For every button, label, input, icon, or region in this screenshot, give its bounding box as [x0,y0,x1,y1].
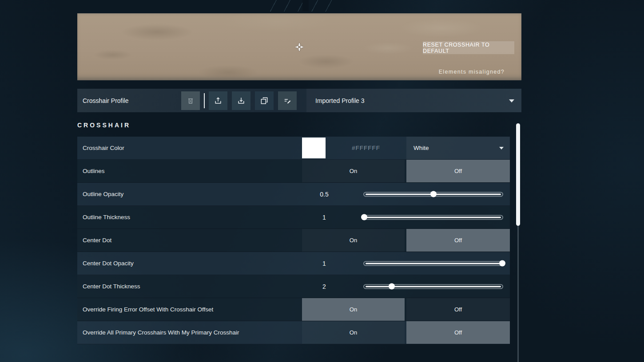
center-dot-on-button[interactable]: On [302,229,405,252]
crosshair-profile-label: Crosshair Profile [83,89,128,112]
import-profile-button[interactable] [232,91,250,110]
setting-label: Center Dot Opacity [83,252,134,275]
row-center-dot: Center Dot On Off [77,229,510,252]
elements-misaligned-link[interactable]: Elements misaligned? [439,69,505,75]
setting-label: Outline Thickness [83,206,130,228]
slider-track [366,216,501,218]
setting-label: Outlines [83,160,105,182]
slider-value: 2 [302,275,346,298]
color-swatch[interactable] [302,138,326,158]
color-name-dropdown[interactable]: White [406,137,510,159]
move-cursor-icon [294,41,305,53]
crosshair-settings-list: Crosshair Color #FFFFFF White Outlines O… [77,137,510,344]
rename-profile-button[interactable] [278,91,297,110]
export-profile-button[interactable] [209,91,227,110]
slider-thumb[interactable] [361,214,367,220]
override-firing-off-button[interactable]: Off [406,298,510,321]
row-override-all-primary: Override All Primary Crosshairs With My … [77,321,510,344]
profile-select-value: Imported Profile 3 [306,97,365,104]
crosshair-profile-bar: Crosshair Profile Imported Profile 3 [77,89,521,112]
center-dot-off-button[interactable]: Off [406,229,510,252]
row-crosshair-color: Crosshair Color #FFFFFF White [77,137,510,160]
slider-track [366,286,501,287]
background-notch [302,0,309,11]
hex-color-input[interactable]: #FFFFFF [326,137,406,159]
row-center-dot-thickness: Center Dot Thickness 2 [77,275,510,298]
chevron-down-icon [509,99,514,102]
export-profile-icon [214,96,223,105]
slider-value: 1 [302,206,346,228]
reset-crosshair-button[interactable]: RESET CROSSHAIR TO DEFAULT [423,41,514,54]
setting-label: Override Firing Error Offset With Crossh… [83,298,213,321]
profile-select-dropdown[interactable]: Imported Profile 3 [306,89,521,112]
outlines-on-button[interactable]: On [302,160,405,182]
import-profile-icon [237,96,246,105]
slider-track [366,263,501,264]
setting-label: Override All Primary Crosshairs With My … [83,321,239,344]
delete-profile-button[interactable] [181,91,200,110]
color-name-value: White [406,145,429,151]
override-all-on-button[interactable]: On [302,321,405,344]
row-outline-thickness: Outline Thickness 1 [77,206,510,229]
rename-profile-icon [283,96,292,105]
center-dot-opacity-slider[interactable] [363,261,503,266]
override-all-off-button[interactable]: Off [406,321,510,344]
slider-thumb[interactable] [389,283,395,290]
row-outlines: Outlines On Off [77,160,510,183]
delete-icon [186,96,195,105]
slider-value: 1 [302,252,346,275]
outline-thickness-slider[interactable] [363,215,503,220]
crosshair-section-title: CROSSHAIR [77,122,131,129]
row-override-firing-error: Override Firing Error Offset With Crossh… [77,298,510,321]
duplicate-profile-button[interactable] [255,91,274,110]
setting-label: Outline Opacity [83,183,123,205]
slider-thumb[interactable] [499,260,505,267]
outlines-off-button[interactable]: Off [406,160,510,182]
row-center-dot-opacity: Center Dot Opacity 1 [77,252,510,275]
row-outline-opacity: Outline Opacity 0.5 [77,183,510,206]
setting-label: Center Dot Thickness [83,275,140,298]
crosshair-preview: RESET CROSSHAIR TO DEFAULT Elements misa… [77,13,521,80]
setting-label: Crosshair Color [83,137,124,159]
slider-thumb[interactable] [430,191,437,197]
setting-label: Center Dot [83,229,111,252]
outline-opacity-slider[interactable] [363,192,503,197]
toolbar-divider [204,93,205,108]
center-dot-thickness-slider[interactable] [363,284,503,289]
override-firing-on-button[interactable]: On [302,298,405,321]
background-diagonal-lines [263,0,338,12]
chevron-down-icon [499,147,504,150]
duplicate-profile-icon [260,96,269,105]
scrollbar-thumb[interactable] [516,123,520,226]
slider-value: 0.5 [302,183,346,205]
